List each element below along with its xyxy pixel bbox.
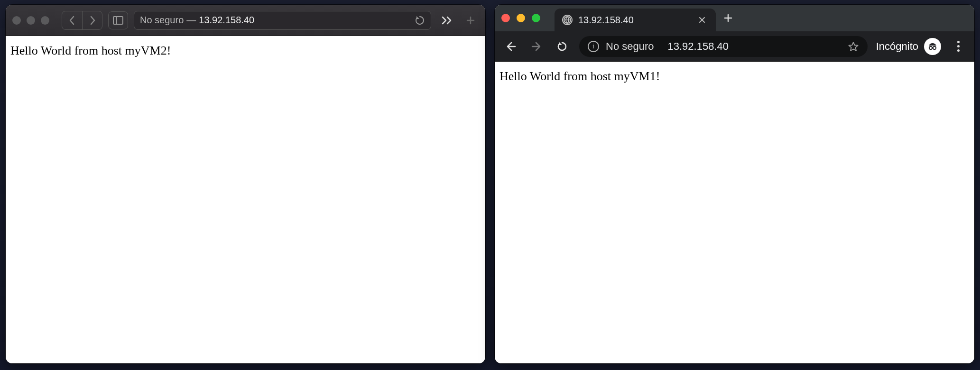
- window-minimize-button[interactable]: [27, 16, 35, 25]
- tab-title: 13.92.158.40: [578, 15, 634, 26]
- svg-point-4: [933, 46, 936, 49]
- page-text: Hello World from host myVM1!: [499, 69, 660, 83]
- chrome-window: 13.92.158.40 i No seguro 13.92.158.40: [495, 5, 974, 363]
- tabs-overflow-button[interactable]: [437, 11, 457, 29]
- page-content: Hello World from host myVM2!: [6, 36, 485, 363]
- safari-toolbar: No seguro — 13.92.158.40: [6, 5, 485, 36]
- address-separator: —: [186, 15, 196, 26]
- arrow-left-icon: [505, 40, 517, 53]
- globe-icon: [562, 15, 573, 25]
- incognito-indicator[interactable]: Incógnito: [876, 38, 941, 55]
- plus-icon: [466, 16, 475, 25]
- arrow-right-icon: [530, 40, 543, 53]
- browser-tab[interactable]: 13.92.158.40: [555, 9, 716, 31]
- address-host: 13.92.158.40: [668, 40, 729, 53]
- chevron-right-icon: [89, 16, 96, 25]
- reload-button[interactable]: [415, 15, 425, 26]
- star-icon: [848, 41, 859, 52]
- window-minimize-button[interactable]: [517, 14, 525, 22]
- window-controls: [12, 16, 49, 25]
- chrome-address-bar[interactable]: i No seguro 13.92.158.40: [579, 36, 868, 57]
- window-maximize-button[interactable]: [41, 16, 49, 25]
- svg-rect-0: [113, 17, 123, 24]
- chrome-toolbar: i No seguro 13.92.158.40 Incógnito: [495, 31, 974, 62]
- menu-button[interactable]: [950, 38, 967, 55]
- address-separator: [661, 40, 661, 53]
- window-close-button[interactable]: [12, 16, 21, 25]
- forward-button[interactable]: [528, 38, 545, 55]
- chevron-left-icon: [68, 16, 76, 25]
- incognito-label: Incógnito: [876, 40, 918, 53]
- address-host: 13.92.158.40: [199, 15, 254, 26]
- reload-icon: [415, 15, 425, 26]
- forward-button[interactable]: [82, 11, 102, 29]
- back-button[interactable]: [502, 38, 519, 55]
- plus-icon: [723, 13, 733, 23]
- incognito-icon: [924, 38, 941, 55]
- svg-point-3: [929, 46, 932, 49]
- site-info-icon[interactable]: i: [588, 41, 599, 52]
- page-text: Hello World from host myVM2!: [10, 44, 171, 57]
- tab-close-button[interactable]: [696, 14, 708, 26]
- window-controls: [501, 14, 540, 22]
- security-label: No seguro: [140, 15, 184, 26]
- safari-address-bar[interactable]: No seguro — 13.92.158.40: [134, 11, 431, 30]
- new-tab-button[interactable]: [719, 9, 738, 28]
- safari-window: No seguro — 13.92.158.40 Hello World fro…: [6, 5, 485, 363]
- sidebar-icon: [113, 16, 123, 25]
- reload-button[interactable]: [554, 38, 571, 55]
- double-chevron-right-icon: [441, 16, 453, 25]
- close-icon: [699, 17, 705, 23]
- safari-nav-group: [62, 11, 102, 30]
- reload-icon: [556, 41, 568, 52]
- bookmark-button[interactable]: [848, 41, 859, 52]
- page-content: Hello World from host myVM1!: [495, 62, 974, 363]
- back-button[interactable]: [62, 11, 82, 29]
- sidebar-button[interactable]: [108, 11, 128, 29]
- kebab-icon: [952, 41, 965, 52]
- window-maximize-button[interactable]: [532, 14, 540, 22]
- window-close-button[interactable]: [501, 14, 510, 22]
- new-tab-button[interactable]: [462, 11, 479, 29]
- security-label: No seguro: [606, 40, 654, 53]
- chrome-tabstrip: 13.92.158.40: [495, 5, 974, 31]
